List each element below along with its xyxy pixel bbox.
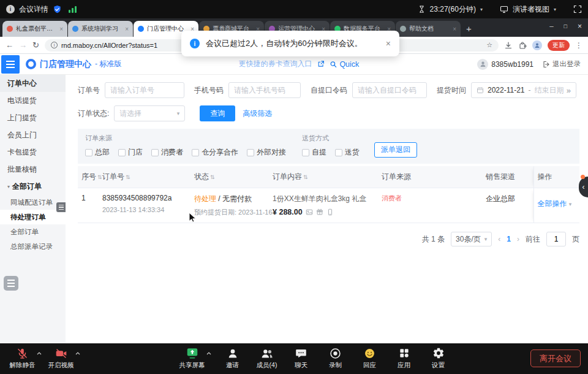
site-info-icon[interactable]: i <box>51 42 58 48</box>
order-status-select[interactable]: 请选择 ▾ <box>114 105 185 121</box>
window-minimize-icon[interactable]: ─ <box>549 23 553 29</box>
notification-dot <box>581 175 585 179</box>
view-mode-label[interactable]: 演讲者视图 <box>513 4 549 15</box>
external-link-icon[interactable] <box>317 61 324 67</box>
col-content[interactable]: 订单内容⇅ <box>269 166 378 188</box>
phone-input[interactable] <box>228 82 301 98</box>
goto-page-input[interactable] <box>546 232 566 246</box>
browser-profile-avatar[interactable] <box>532 40 542 50</box>
toast-close-icon[interactable]: × <box>386 39 391 48</box>
start-video-button[interactable]: 开启视频 <box>45 346 77 370</box>
page-size-select[interactable]: 30条/页 ▾ <box>451 232 492 246</box>
sort-icon[interactable]: ⇅ <box>303 174 308 180</box>
sidebar-item-phone-pickup[interactable]: 电话提货 <box>0 92 66 109</box>
meeting-info-icon[interactable]: i <box>6 5 15 13</box>
hamburger-menu-button[interactable] <box>1 55 20 74</box>
sort-icon[interactable]: ⇅ <box>210 174 215 180</box>
back-icon[interactable]: ← <box>6 40 13 50</box>
sidebar-item-door-pickup[interactable]: 上门提货 <box>0 109 66 126</box>
browser-update-button[interactable]: 更新 <box>548 40 570 51</box>
image-icon[interactable] <box>306 208 313 216</box>
source-checkbox-hq[interactable]: 总部 <box>85 147 110 158</box>
browser-tab-2[interactable]: 系统培训学习 × <box>68 21 133 37</box>
tab-close-icon[interactable]: × <box>453 26 456 32</box>
invite-button[interactable]: 邀请 <box>216 346 249 370</box>
order-no-input[interactable] <box>105 82 184 98</box>
sort-icon[interactable]: ⇅ <box>126 174 130 180</box>
promo-link[interactable]: 更快捷的券卡查询入口 <box>238 59 312 69</box>
share-options-caret-icon[interactable] <box>206 352 211 355</box>
fullscreen-icon[interactable] <box>573 5 582 13</box>
pickup-date: 预约提货日期: 2023-11-16 <box>194 208 265 217</box>
mic-options-caret-icon[interactable] <box>37 352 42 355</box>
reload-icon[interactable]: ↻ <box>32 40 39 50</box>
tab-close-icon[interactable]: × <box>59 26 63 32</box>
next-page-icon[interactable]: › <box>517 235 519 243</box>
tab-close-icon[interactable]: × <box>125 26 129 32</box>
browser-menu-icon[interactable]: ⋮ <box>575 41 582 50</box>
view-mode-caret-icon[interactable]: ▾ <box>554 7 556 12</box>
window-close-icon[interactable]: × <box>578 22 582 31</box>
window-maximize-icon[interactable]: □ <box>564 23 567 29</box>
reactions-button[interactable]: 回应 <box>353 346 386 370</box>
security-shield-icon[interactable] <box>53 5 62 14</box>
download-icon[interactable] <box>504 41 513 50</box>
sidebar-collapse-handle[interactable] <box>56 202 66 212</box>
extensions-puzzle-icon[interactable] <box>518 41 527 50</box>
source-checkbox-external[interactable]: 外部对接 <box>247 147 286 158</box>
meeting-details-label[interactable]: 会议详情 <box>19 4 48 15</box>
sidebar-item-card-pickup[interactable]: 卡包提货 <box>0 143 66 161</box>
order-price: ¥ 288.00 <box>273 208 303 216</box>
camera-options-caret-icon[interactable] <box>75 352 80 355</box>
sidebar-item-member-visit[interactable]: 会员上门 <box>0 126 66 143</box>
brand-edition: - 标准版 <box>95 59 121 69</box>
chevron-down-icon: ▾ <box>177 110 180 116</box>
quick-search-link[interactable]: Quick <box>330 60 359 69</box>
timer-caret-icon[interactable]: ▾ <box>480 7 483 12</box>
advanced-filter-link[interactable]: 高级筛选 <box>243 109 272 119</box>
search-button[interactable]: 查询 <box>200 105 235 121</box>
all-actions-dropdown[interactable]: 全部操作 ▾ <box>538 199 572 209</box>
unmute-button[interactable]: 解除静音 <box>6 346 39 370</box>
source-checkbox-consumer[interactable]: 消费者 <box>151 147 183 158</box>
sort-icon[interactable]: ⇅ <box>97 174 102 180</box>
source-checkbox-store[interactable]: 门店 <box>118 147 143 158</box>
timer-icon <box>418 5 426 13</box>
leave-meeting-button[interactable]: 离开会议 <box>530 349 581 367</box>
col-order-no[interactable]: 订单号⇅ <box>99 166 190 188</box>
pickup-code-input[interactable] <box>352 82 427 98</box>
logout-button[interactable]: 退出登录 <box>543 59 581 69</box>
delivery-checkbox-delivery[interactable]: 送货 <box>335 147 360 158</box>
browser-tab-7[interactable]: 帮助文档 × <box>396 21 461 37</box>
cell-order-no: 8385934508899792a 2023-11-13 14:33:34 <box>99 188 190 223</box>
sidebar-subitem-city-delivery[interactable]: 同城配送订单 <box>0 195 66 210</box>
browser-tab-1[interactable]: 礼盒票创平台管理中心 × <box>2 21 67 37</box>
current-page[interactable]: 1 <box>507 235 511 243</box>
prev-page-icon[interactable]: ‹ <box>498 235 500 243</box>
apps-button[interactable]: 应用 <box>388 346 420 370</box>
share-screen-button[interactable]: 共享屏幕 <box>176 346 208 370</box>
record-button[interactable]: 录制 <box>319 346 352 370</box>
sidebar-subitem-all-orders[interactable]: 全部订单 <box>0 224 66 239</box>
bookmark-star-icon[interactable]: ☆ <box>486 41 492 49</box>
date-range-picker[interactable]: 2022-11-21 - 结束日期 <box>471 82 576 98</box>
user-account[interactable]: 8385wb1991 <box>477 59 533 70</box>
col-status[interactable]: 状态⇅ <box>190 166 269 188</box>
source-checkbox-warehouse-coop[interactable]: 仓分享合作 <box>192 147 238 158</box>
sidebar-group-all-orders[interactable]: ▾ 全部订单 <box>0 178 66 195</box>
delivery-checkbox-selfpickup[interactable]: 自提 <box>302 147 326 158</box>
gift-icon[interactable] <box>316 208 323 216</box>
dispatch-return-button[interactable]: 派单退回 <box>374 142 417 158</box>
col-index[interactable]: 序号⇅ <box>78 166 99 188</box>
settings-button[interactable]: 设置 <box>422 346 454 370</box>
chat-button[interactable]: 聊天 <box>285 346 317 370</box>
sidebar-item-batch-verify[interactable]: 批量核销 <box>0 161 66 178</box>
sidebar-subitem-pending-orders[interactable]: 待处理订单 <box>0 210 66 224</box>
forward-icon[interactable]: → <box>19 40 27 50</box>
members-button[interactable]: 成员(4) <box>251 346 283 370</box>
sidebar-subitem-hq-dispatch-log[interactable]: 总部派单记录 <box>0 239 66 254</box>
quick-menu-button[interactable] <box>4 276 18 291</box>
phone-icon[interactable] <box>326 208 334 216</box>
new-tab-button[interactable]: + <box>466 23 472 34</box>
collapse-filters-icon[interactable]: » <box>567 86 571 95</box>
